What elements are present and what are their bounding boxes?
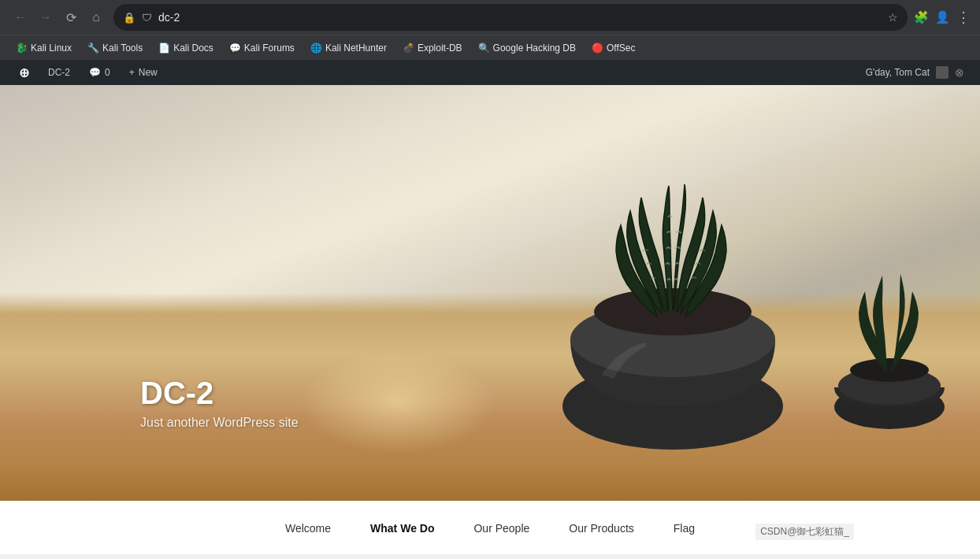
bookmark-kali-tools[interactable]: 🔧 Kali Tools	[81, 40, 149, 56]
menu-icon[interactable]: ⋮	[956, 9, 971, 26]
nav-item-what-we-do[interactable]: What We Do	[370, 522, 434, 535]
wp-greeting: G'day, Tom Cat	[866, 67, 930, 78]
hero-subtitle: Just another WordPress site	[140, 416, 299, 430]
nav-item-welcome[interactable]: Welcome	[285, 522, 331, 535]
wp-site-name-item[interactable]: DC-2	[39, 60, 80, 85]
bookmark-offsec[interactable]: 🔴 OffSec	[585, 40, 641, 56]
kali-docs-icon: 📄	[158, 43, 170, 54]
browser-nav-bar: ← → ⟳ ⌂ 🔒 🛡 dc-2 ☆ 🧩 👤 ⋮	[0, 0, 980, 35]
wp-site-name: DC-2	[48, 67, 70, 78]
hero-plant	[523, 107, 822, 453]
svg-point-3	[594, 288, 752, 335]
avatar	[936, 66, 948, 79]
home-button[interactable]: ⌂	[85, 6, 107, 28]
svg-point-6	[850, 358, 929, 382]
wp-new-label: New	[139, 67, 158, 78]
bookmarks-bar: 🐉 Kali Linux 🔧 Kali Tools 📄 Kali Docs 💬 …	[0, 35, 980, 60]
profile-icon[interactable]: 👤	[935, 10, 950, 24]
kali-tools-icon: 🔧	[87, 43, 99, 54]
browser-nav-right: 🧩 👤 ⋮	[914, 9, 971, 26]
hero-title: DC-2	[140, 376, 299, 411]
address-text: dc-2	[158, 11, 882, 24]
bookmark-google-hacking-db[interactable]: 🔍 Google Hacking DB	[472, 40, 582, 56]
bookmark-kali-nethunter[interactable]: 🌐 Kali NetHunter	[304, 40, 393, 56]
wp-plus-icon: +	[129, 67, 135, 78]
wp-comments-item[interactable]: 💬 0	[80, 60, 120, 85]
wp-admin-bar: ⊕ DC-2 💬 0 + New G'day, Tom Cat ⊗	[0, 60, 980, 85]
wp-extra-icon: ⊗	[955, 66, 964, 79]
nav-item-our-products[interactable]: Our Products	[569, 522, 633, 535]
wp-comment-icon: 💬	[89, 67, 101, 78]
security-icon: 🔒	[123, 12, 135, 24]
kali-nethunter-icon: 🌐	[310, 43, 322, 54]
bookmark-kali-linux[interactable]: 🐉 Kali Linux	[9, 40, 78, 56]
bookmark-star-icon[interactable]: ☆	[888, 11, 898, 24]
watermark-text: CSDN@御七彩虹猫_	[760, 526, 849, 537]
light-beam	[299, 351, 496, 453]
nav-item-flag[interactable]: Flag	[674, 522, 695, 535]
address-bar[interactable]: 🔒 🛡 dc-2 ☆	[113, 4, 908, 31]
watermark: CSDN@御七彩虹猫_	[755, 524, 854, 540]
bookmark-kali-forums[interactable]: 💬 Kali Forums	[223, 40, 301, 56]
exploit-db-icon: 💣	[403, 43, 414, 54]
status-bar: Read fonts.gstatic.com	[0, 554, 980, 559]
offsec-icon: 🔴	[592, 43, 603, 54]
hero-plant-secondary	[822, 261, 956, 438]
reload-button[interactable]: ⟳	[60, 6, 82, 28]
nav-item-our-people[interactable]: Our People	[473, 522, 529, 535]
bookmark-exploit-db[interactable]: 💣 Exploit-DB	[396, 40, 469, 56]
forward-button[interactable]: →	[35, 6, 57, 28]
kali-forums-icon: 💬	[229, 43, 241, 54]
shield-icon: 🛡	[142, 12, 152, 24]
hero-text-container: DC-2 Just another WordPress site	[140, 376, 299, 430]
wp-logo-item[interactable]: ⊕	[9, 60, 39, 85]
nav-controls: ← → ⟳ ⌂	[9, 6, 107, 28]
back-button[interactable]: ←	[9, 6, 32, 28]
hero-section: DC-2 Just another WordPress site	[0, 85, 980, 501]
wp-comments-count: 0	[105, 67, 110, 78]
extensions-icon[interactable]: 🧩	[914, 10, 929, 24]
kali-linux-icon: 🐉	[16, 43, 28, 54]
google-hacking-db-icon: 🔍	[478, 43, 490, 54]
bookmark-kali-docs[interactable]: 📄 Kali Docs	[152, 40, 220, 56]
wp-admin-right: G'day, Tom Cat ⊗	[866, 66, 971, 79]
wp-new-item[interactable]: + New	[120, 60, 167, 85]
wp-logo-icon: ⊕	[19, 65, 29, 80]
